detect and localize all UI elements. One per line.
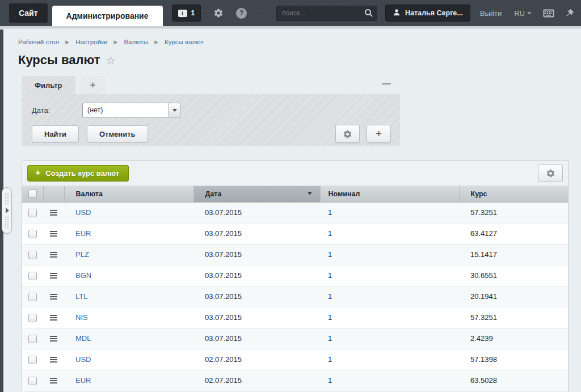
row-menu-icon[interactable] — [50, 335, 57, 343]
nominal-cell: 1 — [320, 223, 459, 244]
row-menu-icon[interactable] — [50, 314, 57, 322]
user-menu-button[interactable]: Наталья Серге... — [385, 5, 470, 22]
main-content: Рабочий стол ▶ Настройки ▶ Валюты ▶ Курс… — [0, 29, 581, 391]
find-button[interactable]: Найти — [32, 125, 79, 142]
language-selector[interactable]: RU — [514, 9, 532, 18]
nominal-cell: 1 — [320, 307, 459, 328]
table-row: USD 02.07.2015 1 57.1398 — [22, 349, 569, 370]
table-row: LTL 03.07.2015 1 20.1941 — [22, 286, 569, 307]
date-filter-value[interactable]: (нет) — [82, 103, 169, 117]
currency-link[interactable]: BGN — [75, 271, 91, 280]
filter-settings-button[interactable] — [335, 125, 360, 143]
nominal-cell: 1 — [320, 202, 459, 223]
breadcrumb-desktop[interactable]: Рабочий стол — [18, 39, 59, 45]
row-menu-icon[interactable] — [50, 251, 57, 259]
date-cell: 03.07.2015 — [193, 286, 320, 307]
nominal-cell: 1 — [320, 265, 459, 286]
row-checkbox[interactable] — [28, 293, 37, 301]
currency-rates-grid: + Создать курс валют Валюта Дата Номина — [22, 160, 569, 391]
breadcrumb-separator-icon: ▶ — [154, 39, 158, 45]
currency-link[interactable]: EUR — [75, 376, 91, 385]
breadcrumb-separator-icon: ▶ — [114, 39, 118, 45]
rate-cell: 57.3251 — [459, 202, 569, 223]
tab-filter[interactable]: Фильтр — [22, 76, 75, 94]
handle-dots — [5, 192, 9, 205]
row-menu-icon[interactable] — [50, 230, 57, 238]
select-all-checkbox[interactable] — [28, 189, 37, 198]
currency-link[interactable]: USD — [75, 355, 91, 364]
date-filter-dropdown-button[interactable] — [169, 103, 180, 117]
currency-link[interactable]: NIS — [75, 313, 88, 322]
sidebar-toggle-handle[interactable] — [2, 187, 12, 234]
nominal-cell: 1 — [320, 286, 459, 307]
plus-icon: + — [35, 168, 40, 178]
grid-settings-button[interactable] — [538, 165, 563, 182]
user-icon — [393, 9, 401, 18]
cancel-button[interactable]: Отменить — [87, 125, 148, 142]
topbar-search — [276, 6, 377, 21]
logout-link[interactable]: Выйти — [480, 9, 502, 18]
currency-link[interactable]: EUR — [75, 229, 91, 238]
currency-link[interactable]: MDL — [75, 334, 91, 343]
help-icon[interactable]: ? — [236, 8, 247, 19]
row-menu-icon[interactable] — [50, 272, 57, 280]
breadcrumb: Рабочий стол ▶ Настройки ▶ Валюты ▶ Курс… — [18, 29, 581, 45]
row-checkbox[interactable] — [28, 335, 37, 343]
column-header-date-label: Дата — [205, 190, 222, 198]
row-checkbox[interactable] — [28, 251, 37, 259]
row-menu-header — [43, 186, 64, 202]
nominal-cell: 1 — [320, 349, 459, 370]
keyboard-icon[interactable] — [543, 9, 554, 18]
row-checkbox[interactable] — [28, 314, 37, 322]
row-menu-icon[interactable] — [50, 356, 57, 364]
row-menu-icon[interactable] — [50, 293, 57, 301]
row-checkbox[interactable] — [28, 377, 37, 385]
row-menu-icon[interactable] — [50, 209, 57, 217]
column-header-currency[interactable]: Валюта — [64, 186, 193, 202]
rate-cell: 20.1941 — [459, 286, 569, 307]
collapse-filter-button[interactable] — [382, 83, 391, 85]
rate-cell: 63.5028 — [459, 370, 569, 391]
search-icon[interactable] — [364, 9, 373, 20]
column-header-date[interactable]: Дата — [193, 186, 320, 202]
currency-link[interactable]: LTL — [75, 292, 87, 301]
settings-gear-icon[interactable] — [213, 8, 224, 18]
notification-bubble-icon: i — [178, 10, 187, 17]
row-checkbox[interactable] — [28, 209, 37, 217]
row-checkbox[interactable] — [28, 272, 37, 280]
pin-icon[interactable] — [565, 9, 574, 18]
select-all-header[interactable] — [22, 186, 43, 202]
tab-administration[interactable]: Администрирование — [52, 6, 163, 26]
language-value: RU — [514, 9, 525, 18]
user-name: Наталья Серге... — [405, 9, 463, 17]
currency-link[interactable]: PLZ — [75, 250, 89, 259]
row-checkbox[interactable] — [28, 230, 37, 238]
currency-link[interactable]: USD — [75, 208, 91, 217]
table-row: BGN 03.07.2015 1 30.6551 — [22, 265, 569, 286]
column-header-nominal[interactable]: Номинал — [320, 186, 459, 202]
rate-cell: 63.4127 — [459, 223, 569, 244]
column-header-rate[interactable]: Курс — [459, 186, 569, 202]
topbar: Сайт Администрирование i 1 ? Наталья Сер… — [0, 0, 581, 26]
breadcrumb-settings[interactable]: Настройки — [75, 39, 107, 45]
row-checkbox[interactable] — [28, 356, 37, 364]
search-input[interactable] — [276, 6, 377, 21]
table-row: USD 03.07.2015 1 57.3251 — [22, 202, 569, 223]
table-header-row: Валюта Дата Номинал Курс — [22, 186, 569, 202]
tab-site[interactable]: Сайт — [9, 3, 48, 23]
create-rate-button[interactable]: + Создать курс валют — [27, 165, 129, 182]
chevron-down-icon — [527, 12, 532, 17]
notifications-button[interactable]: i 1 — [172, 5, 201, 22]
date-filter-select[interactable]: (нет) — [82, 103, 180, 117]
nominal-cell: 1 — [320, 370, 459, 391]
breadcrumb-currencies[interactable]: Валюты — [124, 39, 148, 45]
add-filter-tab-button[interactable]: + — [80, 76, 106, 94]
page-title: Курсы валют — [18, 53, 100, 68]
table-row: NIS 03.07.2015 1 57.3251 — [22, 307, 569, 328]
date-cell: 03.07.2015 — [193, 265, 320, 286]
favorite-star-icon[interactable]: ☆ — [106, 54, 115, 67]
date-cell: 03.07.2015 — [193, 244, 320, 265]
add-filter-field-button[interactable]: + — [367, 125, 391, 143]
breadcrumb-currency-rates[interactable]: Курсы валют — [165, 39, 204, 45]
row-menu-icon[interactable] — [50, 377, 57, 385]
